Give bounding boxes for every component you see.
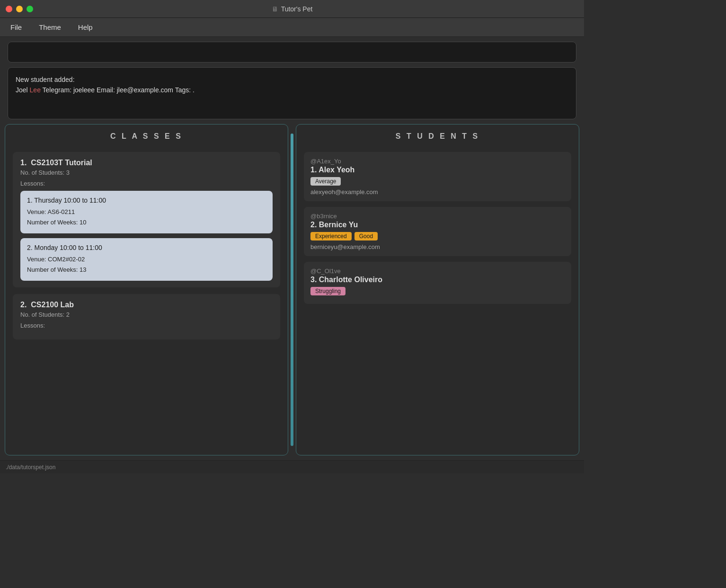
tag-average-1: Average — [310, 177, 341, 186]
student-handle-3: @C_Ol1ve — [310, 267, 565, 275]
output-text: New student added: Joel Lee Telegram: jo… — [16, 74, 568, 96]
lessons-label-2: Lessons: — [20, 322, 273, 329]
output-line1: New student added: — [16, 74, 568, 85]
output-rest: Telegram: joeleee Email: jlee@example.co… — [41, 86, 195, 94]
minimize-button[interactable] — [16, 6, 23, 12]
lesson-schedule-1-2: 2. Monday 10:00 to 11:00 — [27, 244, 266, 251]
close-button[interactable] — [6, 6, 12, 12]
classes-header: C L A S S E S — [5, 125, 288, 148]
class-students-2: No. of Students: 2 — [20, 311, 273, 318]
maximize-button[interactable] — [27, 6, 33, 12]
tag-experienced-2: Experienced — [310, 232, 352, 241]
statusbar: ./data/tutorspet.json — [0, 460, 584, 473]
student-card-2: @b3rnice 2. Bernice Yu Experienced Good … — [304, 207, 571, 256]
student-email-1: alexyeoh@example.com — [310, 188, 565, 196]
class-title-2: 2. CS2100 Lab — [20, 301, 273, 309]
classes-panel: C L A S S E S 1. CS2103T Tutorial No. of… — [5, 124, 288, 455]
menubar: File Theme Help — [0, 18, 584, 37]
student-handle-2: @b3rnice — [310, 213, 565, 220]
student-card-1: @A1ex_Yo 1. Alex Yeoh Average alexyeoh@e… — [304, 152, 571, 201]
main-content: C L A S S E S 1. CS2103T Tutorial No. of… — [0, 124, 584, 460]
menu-help[interactable]: Help — [75, 21, 96, 33]
lesson-venue-1-1: Venue: AS6-0211 — [27, 207, 266, 217]
output-line2: Joel Lee Telegram: joeleee Email: jlee@e… — [16, 85, 568, 95]
lesson-weeks-1-1: Number of Weeks: 10 — [27, 217, 266, 228]
class-students-1: No. of Students: 3 — [20, 169, 273, 176]
titlebar: 🖥 Tutor's Pet — [0, 0, 584, 18]
lessons-label-1: Lessons: — [20, 180, 273, 187]
statusbar-path: ./data/tutorspet.json — [6, 464, 55, 471]
student-email-2: berniceyu@example.com — [310, 243, 565, 250]
command-area — [0, 37, 584, 67]
command-input[interactable] — [8, 42, 576, 62]
tag-good-2: Good — [354, 232, 378, 241]
student-handle-1: @A1ex_Yo — [310, 158, 565, 165]
student-tags-3: Struggling — [310, 287, 565, 295]
student-name-2: 2. Bernice Yu — [310, 221, 565, 229]
window-controls — [6, 6, 33, 12]
class-card-2: 2. CS2100 Lab No. of Students: 2 Lessons… — [13, 294, 280, 339]
app-icon: 🖥 — [272, 5, 278, 13]
lesson-card-1-2: 2. Monday 10:00 to 11:00 Venue: COM2#02-… — [20, 238, 273, 281]
lesson-card-1-1: 1. Thursday 10:00 to 11:00 Venue: AS6-02… — [20, 191, 273, 233]
menu-file[interactable]: File — [8, 21, 25, 33]
students-header: S T U D E N T S — [296, 125, 579, 148]
lesson-weeks-1-2: Number of Weeks: 13 — [27, 265, 266, 275]
output-name-first: Joel — [16, 86, 28, 94]
menu-theme[interactable]: Theme — [36, 21, 64, 33]
panel-divider — [291, 134, 293, 446]
student-tags-1: Average — [310, 177, 565, 186]
students-panel: S T U D E N T S @A1ex_Yo 1. Alex Yeoh Av… — [296, 124, 579, 455]
student-tags-2: Experienced Good — [310, 232, 565, 241]
lesson-venue-1-2: Venue: COM2#02-02 — [27, 254, 266, 265]
student-name-1: 1. Alex Yeoh — [310, 166, 565, 174]
output-name-last: Lee — [28, 86, 41, 94]
classes-scroll[interactable]: 1. CS2103T Tutorial No. of Students: 3 L… — [5, 148, 288, 455]
window-title: Tutor's Pet — [281, 5, 313, 13]
students-scroll[interactable]: @A1ex_Yo 1. Alex Yeoh Average alexyeoh@e… — [296, 148, 579, 455]
tag-struggling-3: Struggling — [310, 287, 345, 295]
student-card-3: @C_Ol1ve 3. Charlotte Oliveiro Strugglin… — [304, 262, 571, 304]
output-area: New student added: Joel Lee Telegram: jo… — [8, 67, 576, 119]
student-name-3: 3. Charlotte Oliveiro — [310, 276, 565, 284]
lesson-schedule-1-1: 1. Thursday 10:00 to 11:00 — [27, 196, 266, 204]
class-title-1: 1. CS2103T Tutorial — [20, 159, 273, 167]
class-card-1: 1. CS2103T Tutorial No. of Students: 3 L… — [13, 152, 280, 287]
